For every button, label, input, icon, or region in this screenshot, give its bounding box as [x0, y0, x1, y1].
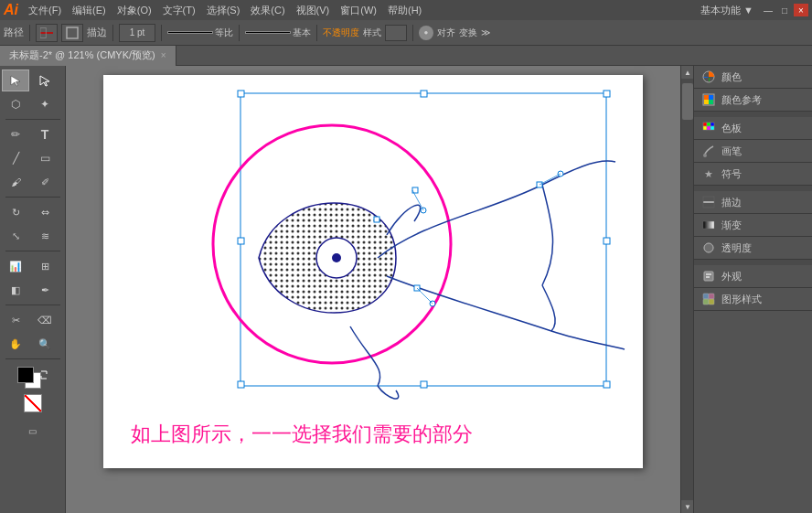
- panel-color-label: 颜色: [721, 70, 805, 84]
- paintbrush-tool[interactable]: 🖌: [2, 171, 29, 193]
- brush-icon: [701, 144, 716, 158]
- stroke-color-btn[interactable]: [36, 24, 58, 42]
- pen-tool[interactable]: ✏: [2, 123, 29, 145]
- svg-rect-35: [710, 123, 714, 126]
- screen-mode-btn[interactable]: ▭: [22, 420, 44, 442]
- minimize-button[interactable]: —: [761, 4, 775, 16]
- svg-text:★: ★: [704, 168, 713, 179]
- panel-brush[interactable]: 画笔: [694, 140, 812, 163]
- mesh-tool[interactable]: ⊞: [31, 255, 59, 277]
- panel-stroke[interactable]: 描边: [694, 191, 812, 214]
- swap-icon[interactable]: [39, 369, 48, 379]
- tool-row-10: ✂ ⌫: [2, 309, 63, 331]
- scroll-down-button[interactable]: ▼: [681, 500, 694, 513]
- panel-transparency-label: 透明度: [721, 241, 805, 255]
- tool-row-11: ✋ 🔍: [2, 333, 63, 355]
- panel-graphic-style[interactable]: 图形样式: [694, 288, 812, 311]
- magic-wand-tool[interactable]: ✦: [31, 93, 59, 115]
- scroll-track[interactable]: [681, 79, 693, 500]
- svg-rect-4: [238, 91, 244, 97]
- menu-object[interactable]: 对象(O): [112, 2, 156, 19]
- svg-text:如上图所示，一一选择我们需要的部分: 如上图所示，一一选择我们需要的部分: [131, 422, 473, 445]
- stroke-width-input[interactable]: [119, 24, 155, 42]
- workspace-selector[interactable]: 基本功能 ▼: [700, 4, 753, 17]
- zoom-tool[interactable]: 🔍: [31, 333, 59, 355]
- type-tool[interactable]: T: [31, 123, 59, 145]
- reflect-tool[interactable]: ⇔: [31, 201, 59, 223]
- graph-tool[interactable]: 📊: [2, 255, 29, 277]
- menu-view[interactable]: 视图(V): [292, 2, 335, 19]
- pencil-tool[interactable]: ✐: [31, 171, 59, 193]
- vertical-scrollbar[interactable]: ▲ ▼: [680, 66, 693, 513]
- main-area: ⬡ ✦ ✏ T ╱ ▭ 🖌 ✐ ↻ ⇔ ⤡ ≋ 📊 ⊞ ◧: [0, 66, 812, 513]
- close-button[interactable]: ×: [794, 4, 808, 16]
- menu-window[interactable]: 窗口(W): [336, 2, 381, 19]
- canvas-area[interactable]: 如上图所示，一一选择我们需要的部分: [66, 66, 680, 513]
- window-controls: — □ ×: [761, 4, 808, 16]
- line-tool[interactable]: ╱: [2, 147, 29, 169]
- menu-effect[interactable]: 效果(C): [246, 2, 289, 19]
- lasso-tool[interactable]: ⬡: [2, 93, 29, 115]
- menu-help[interactable]: 帮助(H): [383, 2, 426, 19]
- panel-swatches-label: 色板: [721, 122, 805, 135]
- svg-rect-52: [709, 299, 714, 305]
- scissors-tool[interactable]: ✂: [2, 309, 29, 331]
- eraser-tool[interactable]: ⌫: [31, 309, 59, 331]
- panel-color-ref[interactable]: 颜色参考: [694, 89, 812, 112]
- svg-rect-38: [710, 126, 714, 130]
- transparency-icon: [701, 240, 716, 255]
- svg-rect-48: [706, 276, 710, 278]
- menu-text[interactable]: 文字(T): [158, 2, 200, 19]
- opacity-box[interactable]: [385, 25, 407, 41]
- panel-symbol-label: 符号: [721, 167, 805, 181]
- eyedropper-tool[interactable]: ✒: [31, 279, 59, 301]
- panel-color-ref-label: 颜色参考: [721, 93, 805, 107]
- panel-gradient[interactable]: 渐变: [694, 214, 812, 237]
- document-tab[interactable]: 未标题-2* @ 121% (CMYK/预览) ×: [0, 46, 176, 66]
- maximize-button[interactable]: □: [777, 4, 792, 16]
- rect-tool[interactable]: ▭: [31, 147, 59, 169]
- toolbar-sep4: [239, 25, 240, 41]
- align-label[interactable]: 对齐: [437, 27, 455, 39]
- opacity-label[interactable]: 不透明度: [323, 27, 359, 39]
- transform-label[interactable]: 变换: [459, 27, 477, 39]
- tool-row-5: 🖌 ✐: [2, 171, 63, 193]
- more-options-icon[interactable]: ≫: [481, 27, 490, 37]
- tool-sep-5: [5, 358, 60, 359]
- stroke-swatch[interactable]: [17, 367, 34, 383]
- svg-rect-50: [709, 294, 714, 299]
- warp-tool[interactable]: ≋: [31, 225, 59, 247]
- stroke-mode-label: 描边: [87, 26, 107, 39]
- menu-edit[interactable]: 编辑(E): [68, 2, 111, 19]
- scroll-thumb[interactable]: [682, 83, 693, 120]
- select-tool[interactable]: [2, 69, 29, 91]
- menu-file[interactable]: 文件(F): [24, 2, 66, 19]
- rotate-tool[interactable]: ↻: [2, 201, 29, 223]
- tools-panel: ⬡ ✦ ✏ T ╱ ▭ 🖌 ✐ ↻ ⇔ ⤡ ≋ 📊 ⊞ ◧: [0, 66, 66, 513]
- panel-appearance[interactable]: 外观: [694, 265, 812, 288]
- svg-rect-37: [707, 126, 710, 130]
- svg-rect-7: [238, 238, 244, 244]
- tab-close-button[interactable]: ×: [161, 50, 166, 60]
- direct-select-tool[interactable]: [31, 69, 59, 91]
- scale-tool[interactable]: ⤡: [2, 225, 29, 247]
- gradient-tool[interactable]: ◧: [2, 279, 29, 301]
- scroll-up-button[interactable]: ▲: [681, 66, 694, 79]
- color-ref-icon: [701, 92, 716, 107]
- svg-rect-5: [421, 91, 427, 97]
- panel-gradient-label: 渐变: [721, 219, 805, 232]
- panel-symbol[interactable]: ★ 符号: [694, 163, 812, 186]
- none-swatch[interactable]: [24, 394, 42, 412]
- toolbar-sep5: [316, 25, 317, 41]
- hand-tool[interactable]: ✋: [2, 333, 29, 355]
- panel-color[interactable]: 颜色: [694, 66, 812, 89]
- style-label[interactable]: 样式: [363, 27, 381, 39]
- svg-rect-29: [704, 95, 709, 100]
- panel-graphic-style-label: 图形样式: [721, 293, 805, 306]
- panel-transparency[interactable]: 透明度: [694, 237, 812, 260]
- panel-swatches[interactable]: 色板: [694, 117, 812, 140]
- menu-select[interactable]: 选择(S): [202, 2, 245, 19]
- menu-bar: 文件(F) 编辑(E) 对象(O) 文字(T) 选择(S) 效果(C) 视图(V…: [24, 2, 700, 19]
- color-icon: [701, 69, 716, 84]
- stroke-square-btn[interactable]: [61, 24, 83, 42]
